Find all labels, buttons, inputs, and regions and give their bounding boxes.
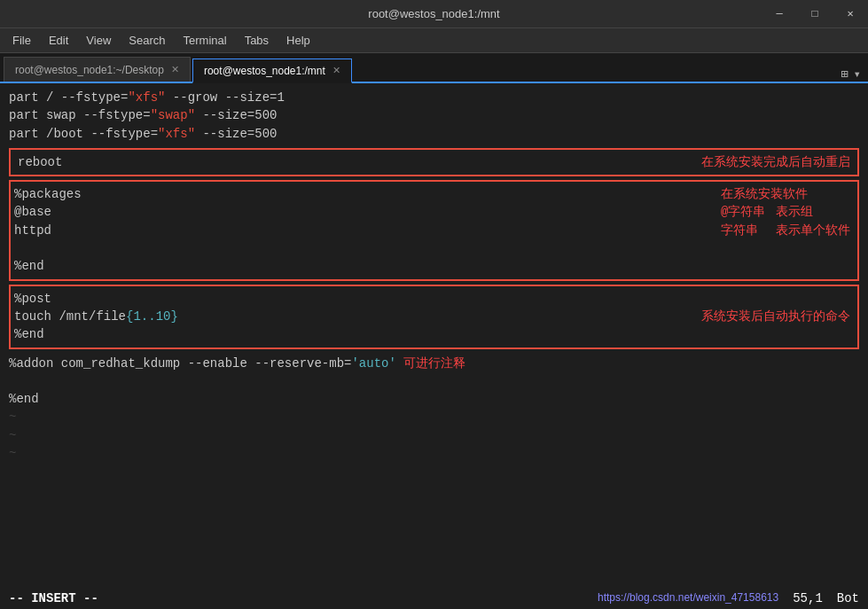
menu-bar: File Edit View Search Terminal Tabs Help [0, 28, 868, 53]
line-tilde-3: ~ [9, 444, 859, 462]
line-httpd: httpd [14, 222, 82, 239]
title-bar: root@westos_node1:/mnt ─ □ ✕ [0, 0, 868, 28]
line-base: @base [14, 203, 82, 221]
window-title: root@westos_node1:/mnt [368, 7, 499, 20]
packages-comments: 在系统安装软件 @字符串 表示组 字符串 表示单个软件 [721, 185, 854, 239]
tab-mnt[interactable]: root@westos_node1:/mnt ✕ [192, 59, 352, 83]
close-button[interactable]: ✕ [833, 0, 868, 28]
insert-mode-label: -- INSERT -- [9, 589, 98, 607]
post-code: %post touch /mnt/file{1..10} %end [14, 290, 178, 344]
minimize-button[interactable]: ─ [762, 0, 797, 28]
line-empty-addon [9, 372, 859, 390]
tab-actions: ⊞ ▾ [841, 66, 868, 82]
menu-tabs[interactable]: Tabs [236, 30, 278, 51]
line-part-swap: part swap --fstype="swap" --size=500 [9, 106, 859, 124]
menu-terminal[interactable]: Terminal [175, 30, 236, 51]
status-url: https://blog.csdn.net/weixin_47158613 [598, 590, 778, 605]
packages-code: %packages @base httpd %end [14, 185, 82, 275]
reboot-section: reboot 在系统安装完成后自动重启 [9, 148, 859, 176]
new-tab-icon[interactable]: ⊞ [841, 66, 848, 82]
line-part-boot: part /boot --fstype="xfs" --size=500 [9, 125, 859, 143]
tab-menu-icon[interactable]: ▾ [854, 66, 861, 82]
menu-edit[interactable]: Edit [40, 30, 77, 51]
line-end-addon: %end [9, 390, 859, 408]
reboot-comment: 在系统安装完成后自动重启 [701, 153, 854, 171]
pkg-comment2: @字符串 表示组 [721, 203, 850, 221]
tab-bar: root@westos_node1:~/Desktop ✕ root@westo… [0, 53, 868, 83]
post-section: %post touch /mnt/file{1..10} %end 系统安装后自… [9, 285, 859, 349]
line-part-root: part / --fstype="xfs" --grow --size=1 [9, 89, 859, 106]
tab-mnt-close[interactable]: ✕ [332, 65, 340, 76]
line-tilde-2: ~ [9, 426, 859, 444]
tab-desktop-label: root@westos_node1:~/Desktop [15, 64, 164, 76]
menu-help[interactable]: Help [278, 30, 319, 51]
terminal-content: part / --fstype="xfs" --grow --size=1 pa… [0, 83, 868, 609]
menu-search[interactable]: Search [120, 30, 174, 51]
line-packages: %packages [14, 185, 82, 203]
reboot-command: reboot [14, 153, 62, 171]
post-comment: 系统安装后自动执行的命令 [701, 308, 854, 325]
pkg-comment1: 在系统安装软件 [721, 185, 850, 203]
tab-mnt-label: root@westos_node1:/mnt [204, 65, 325, 77]
line-end-post: %end [14, 325, 178, 343]
status-position: 55,1 [793, 589, 823, 607]
line-empty-pkg [14, 239, 82, 257]
menu-file[interactable]: File [4, 30, 40, 51]
status-bar: -- INSERT -- https://blog.csdn.net/weixi… [0, 588, 868, 609]
tab-desktop-close[interactable]: ✕ [171, 64, 179, 75]
line-touch: touch /mnt/file{1..10} [14, 308, 178, 325]
maximize-button[interactable]: □ [797, 0, 833, 28]
line-post: %post [14, 290, 178, 308]
line-end-pkg: %end [14, 257, 82, 275]
tab-desktop[interactable]: root@westos_node1:~/Desktop ✕ [4, 57, 191, 82]
window-controls: ─ □ ✕ [762, 0, 868, 27]
status-bot: Bot [837, 589, 859, 607]
menu-view[interactable]: View [77, 30, 120, 51]
line-addon: %addon com_redhat_kdump --enable --reser… [9, 355, 859, 372]
line-tilde-1: ~ [9, 408, 859, 426]
packages-section: %packages @base httpd %end 在系统安装软件 @字符串 … [9, 180, 859, 280]
pkg-comment3: 字符串 表示单个软件 [721, 222, 850, 239]
